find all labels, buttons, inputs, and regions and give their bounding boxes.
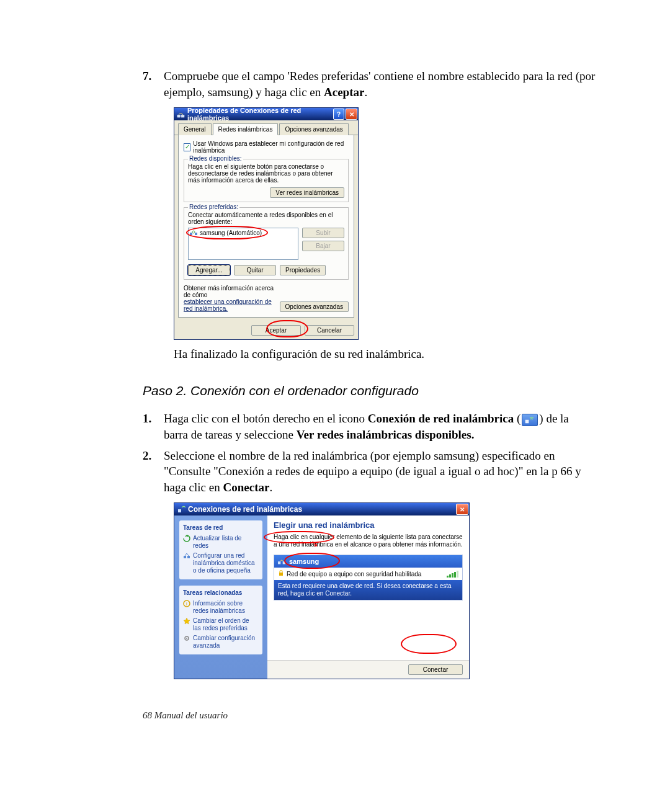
change-order-item[interactable]: Cambiar el orden de las redes preferidas: [183, 616, 259, 633]
setup-network-label: Configurar una red inalámbrica doméstica…: [193, 552, 259, 574]
connect-button[interactable]: Conectar: [408, 664, 463, 675]
s2i2-number: 2.: [143, 448, 164, 496]
properties-dialog: Propiedades de Conexiones de red inalámb…: [174, 107, 359, 340]
dlg2-footer: Conectar: [267, 660, 469, 679]
info-text: Obtener más información acerca de cómo: [184, 285, 274, 298]
dlg2-title: Conexiones de red inalámbricas: [188, 505, 302, 514]
tray-wireless-icon: [522, 414, 538, 426]
preferred-listbox[interactable]: samsung (Automático): [188, 228, 298, 260]
after-dialog1-text: Ha finalizado la configuración de su red…: [174, 347, 596, 361]
preferred-item-samsung[interactable]: samsung (Automático): [190, 230, 297, 236]
setup-icon: [183, 552, 190, 560]
step-7-text-c: .: [364, 86, 367, 99]
advanced-config-label: Cambiar configuración avanzada: [193, 635, 259, 649]
svg-rect-3: [195, 233, 197, 235]
s2i2-b: Conectar: [223, 481, 269, 494]
network-name: samsung: [289, 558, 319, 565]
choose-network-sub: Haga clic en cualquier elemento de la si…: [267, 533, 469, 552]
red-arrow-annotation: ↘: [311, 538, 318, 549]
learn-item[interactable]: i Información sobre redes inalámbricas: [183, 599, 259, 616]
refresh-list-item[interactable]: Actualizar lista de redes: [183, 533, 259, 551]
close-button[interactable]: ✕: [456, 504, 468, 515]
network-desc: Red de equipo a equipo con seguridad hab…: [287, 571, 421, 578]
properties-title: Propiedades de Conexiones de red inalámb…: [187, 107, 333, 122]
svg-rect-2: [190, 233, 192, 235]
s2i2-body: Seleccione el nombre de la red inalámbri…: [164, 448, 596, 496]
gear-icon: [183, 635, 190, 642]
use-windows-checkbox-row[interactable]: ✓ Usar Windows para establecer mi config…: [184, 140, 349, 154]
s2i1-c: (: [514, 412, 520, 425]
adhoc-icon: [190, 230, 197, 236]
network-row-samsung[interactable]: samsung Red de equipo a equipo con segur…: [274, 555, 463, 600]
adhoc-icon: [278, 558, 285, 564]
network-tasks-heading: Tareas de red: [183, 524, 259, 531]
info-icon: i: [183, 600, 190, 607]
advanced-options-button[interactable]: Opciones avanzadas: [280, 301, 349, 312]
view-networks-button[interactable]: Ver redes inalámbricas: [270, 187, 344, 198]
s2i1-e: Ver redes inalámbricas disponibles.: [297, 428, 475, 441]
checkbox-icon: ✓: [184, 143, 190, 151]
network-tasks-card: Tareas de red Actualizar lista de redes …: [179, 520, 262, 579]
move-down-button[interactable]: Bajar: [302, 241, 344, 251]
help-button[interactable]: ?: [333, 109, 345, 120]
network-note: Esta red requiere una clave de red. Si d…: [274, 580, 462, 600]
available-text: Haga clic en el siguiente botón para con…: [188, 163, 344, 184]
svg-point-12: [186, 638, 187, 639]
svg-rect-5: [525, 420, 529, 423]
preferred-item-label: samsung (Automático): [200, 230, 262, 236]
svg-rect-0: [177, 115, 181, 117]
step-2-item-2: 2. Seleccione el nombre de la red inalám…: [143, 448, 596, 496]
setup-network-item[interactable]: Configurar una red inalámbrica doméstica…: [183, 551, 259, 576]
tab-panel: ✓ Usar Windows para establecer mi config…: [178, 135, 354, 318]
step-7-number: 7.: [143, 68, 164, 100]
advanced-config-item[interactable]: Cambiar configuración avanzada: [183, 633, 259, 651]
cancel-button[interactable]: Cancelar: [305, 325, 354, 336]
page-footer: 68 Manual del usuario: [143, 710, 596, 721]
related-tasks-card: Tareas relacionadas i Información sobre …: [179, 586, 262, 654]
step-7-text-bold: Aceptar: [324, 86, 364, 99]
lock-icon: [278, 570, 284, 578]
choose-network-title: Elegir una red inalámbrica: [267, 515, 469, 533]
step-7-body: Compruebe que el campo 'Redes preferidas…: [164, 68, 596, 100]
remove-button[interactable]: Quitar: [234, 265, 276, 275]
ok-button[interactable]: Aceptar: [251, 325, 301, 336]
related-tasks-heading: Tareas relacionadas: [183, 589, 259, 596]
svg-rect-6: [178, 509, 181, 512]
wireless-icon: [177, 505, 185, 514]
tab-wireless[interactable]: Redes inalámbricas: [213, 123, 279, 135]
step-7-text-a: Compruebe que el campo 'Redes preferidas…: [164, 69, 595, 99]
tab-strip: General Redes inalámbricas Opciones avan…: [174, 120, 358, 135]
s2i2-c: .: [269, 481, 272, 494]
wireless-icon: [177, 110, 185, 118]
change-order-label: Cambiar el orden de las redes preferidas: [193, 617, 259, 632]
preferred-text: Conectar automáticamente a redes disponi…: [188, 212, 344, 225]
step-7: 7. Compruebe que el campo 'Redes preferi…: [143, 68, 596, 100]
tab-advanced[interactable]: Opciones avanzadas: [279, 123, 348, 135]
red-circle-empty-annotation: [401, 634, 457, 654]
use-windows-label: Usar Windows para establecer mi configur…: [193, 140, 349, 154]
s2i1-b: Conexión de red inalámbrica: [368, 412, 514, 425]
move-up-button[interactable]: Subir: [302, 228, 344, 238]
svg-rect-7: [184, 556, 186, 558]
tab-general[interactable]: General: [178, 123, 212, 135]
s2i1-body: Haga clic con el botón derecho en el ico…: [164, 411, 596, 442]
main-pane: Elegir una red inalámbrica Haga clic en …: [267, 515, 469, 679]
close-button[interactable]: ✕: [346, 109, 357, 120]
svg-rect-13: [278, 561, 280, 564]
refresh-list-label: Actualizar lista de redes: [193, 535, 259, 550]
wireless-connections-dialog: Conexiones de red inalámbricas ✕ Tareas …: [174, 502, 470, 679]
add-button[interactable]: Agregar...: [188, 265, 230, 275]
available-networks-group: Redes disponibles: Haga clic en el sigui…: [184, 159, 349, 202]
star-icon: [183, 617, 190, 625]
props-button[interactable]: Propiedades: [280, 265, 326, 275]
svg-rect-15: [279, 573, 283, 576]
signal-icon: [447, 570, 458, 578]
preferred-legend: Redes preferidas:: [188, 203, 239, 210]
empty-list-area: [274, 600, 463, 656]
svg-text:i: i: [186, 601, 187, 607]
properties-titlebar: Propiedades de Conexiones de red inalámb…: [174, 108, 358, 120]
info-link[interactable]: establecer una configuración de red inal…: [184, 298, 272, 312]
choose-network-sub-text: Haga clic en cualquier elemento de la si…: [274, 533, 463, 548]
svg-rect-14: [283, 561, 285, 564]
step-2-item-1: 1. Haga clic con el botón derecho en el …: [143, 411, 596, 442]
